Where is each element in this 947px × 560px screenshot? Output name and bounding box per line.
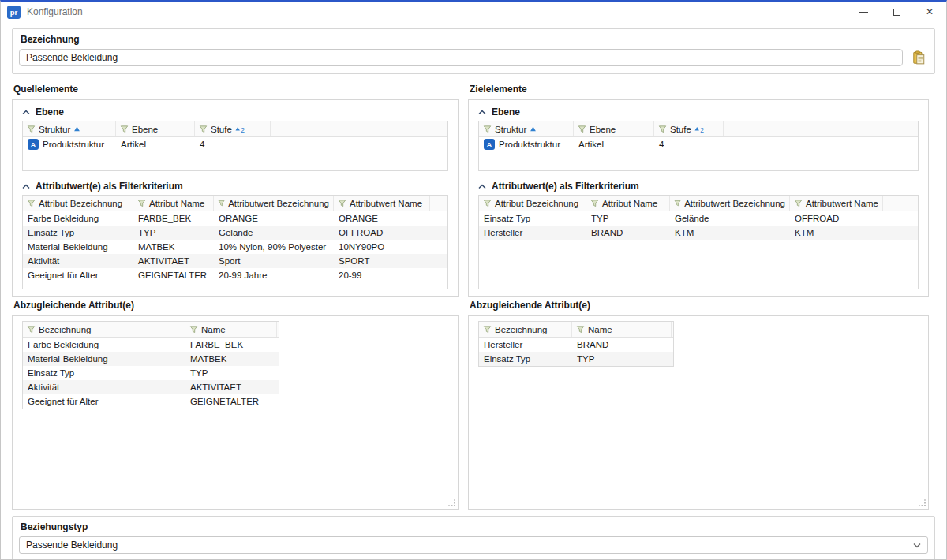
table-row[interactable]: Geeignet für Alter GEIGNETALTER (23, 394, 279, 409)
source-lower-panel: Bezeichnung Name Farbe Bekleidung FARBE_… (12, 315, 459, 510)
source-section-ebene[interactable]: Ebene (22, 104, 448, 120)
filter-icon[interactable] (137, 199, 146, 207)
column-label: Stufe (211, 125, 232, 134)
close-icon: ✕ (926, 6, 934, 17)
table-row[interactable]: Einsatz Typ TYP Gelände OFFROAD (479, 211, 918, 226)
filter-icon[interactable] (483, 199, 492, 207)
title-bar: pr Konfiguration ✕ (1, 2, 946, 22)
table-row[interactable]: Einsatz Typ TYP (479, 352, 673, 366)
cell: Material-Bekleidung (23, 242, 133, 252)
column-header-name[interactable]: Name (572, 322, 672, 337)
filter-icon[interactable] (27, 199, 36, 207)
column-header-struktur[interactable]: Struktur (479, 121, 574, 136)
target-section-ebene[interactable]: Ebene (478, 104, 919, 120)
table-row[interactable]: A Produktstruktur Artikel 4 (23, 137, 447, 151)
filter-icon[interactable] (218, 199, 225, 207)
filter-icon[interactable] (794, 199, 803, 207)
column-header-stufe[interactable]: Stufe 2 (654, 121, 724, 136)
maximize-button[interactable] (880, 2, 913, 22)
column-header-bezeichnung[interactable]: Bezeichnung (479, 322, 572, 337)
table-row[interactable]: Material-Bekleidung MATBEK (23, 352, 279, 366)
bezeichnung-input[interactable] (19, 49, 903, 66)
column-label: Bezeichnung (495, 325, 548, 334)
filter-icon[interactable] (483, 125, 492, 133)
column-header-attributwert-bezeichnung[interactable]: Attributwert Bezeichnung (670, 196, 790, 211)
table-row[interactable]: A Produktstruktur Artikel 4 (479, 137, 918, 151)
table-row[interactable]: Hersteller BRAND (479, 338, 673, 352)
table-row[interactable]: Material-Bekleidung MATBEK 10% Nylon, 90… (23, 240, 447, 254)
column-label: Attributwert Bezeichnung (684, 199, 785, 208)
column-header-attribut-name[interactable]: Attribut Name (133, 196, 214, 211)
column-label: Struktur (39, 125, 70, 134)
sort-order-2-icon: 2 (694, 125, 705, 133)
source-column: Quellelemente Ebene Struktur (12, 80, 459, 510)
paste-button[interactable] (909, 49, 928, 66)
target-ebene-table: Struktur Ebene Stufe 2 (478, 121, 919, 171)
table-header-row: Bezeichnung Name (23, 322, 279, 338)
filter-icon[interactable] (338, 199, 346, 207)
cell: MATBEK (133, 242, 214, 252)
column-label: Name (588, 325, 612, 334)
filter-icon[interactable] (120, 125, 129, 133)
filter-icon[interactable] (27, 325, 36, 334)
target-filter-table: Attribut Bezeichnung Attribut Name Attri… (478, 195, 919, 289)
minimize-icon (859, 12, 868, 13)
filter-icon[interactable] (674, 199, 681, 207)
filter-icon[interactable] (590, 199, 599, 207)
column-header-ebene[interactable]: Ebene (116, 121, 195, 136)
beziehungstyp-combobox[interactable]: Passende Bekleidung (19, 536, 928, 554)
bezeichnung-group: Bezeichnung (12, 28, 935, 74)
filter-icon[interactable] (199, 125, 208, 133)
column-header-bezeichnung[interactable]: Bezeichnung (23, 322, 185, 337)
resize-grip-icon[interactable] (919, 499, 926, 507)
cell: Sport (214, 256, 334, 266)
table-row[interactable]: Einsatz Typ TYP Gelände OFFROAD (23, 226, 447, 240)
column-header-name[interactable]: Name (185, 322, 277, 337)
column-header-struktur[interactable]: Struktur (23, 121, 116, 136)
column-header-attributwert-name[interactable]: Attributwert Name (790, 196, 883, 211)
source-section-filterkriterium[interactable]: Attributwert(e) als Filterkriterium (22, 178, 448, 194)
filter-icon[interactable] (576, 325, 585, 334)
app-logo: pr (7, 6, 21, 19)
table-row[interactable]: Einsatz Typ TYP (23, 366, 279, 380)
resize-grip-icon[interactable] (448, 499, 456, 507)
column-label: Attributwert Name (350, 199, 422, 208)
filter-icon[interactable] (658, 125, 667, 133)
cell: OFFROAD (790, 214, 883, 223)
column-header-ebene[interactable]: Ebene (574, 121, 654, 136)
table-row[interactable]: Geeignet für Alter GEIGNETALTER 20-99 Ja… (23, 268, 447, 282)
column-header-attributwert-bezeichnung[interactable]: Attributwert Bezeichnung (214, 196, 334, 211)
filter-icon[interactable] (189, 325, 198, 334)
table-row[interactable]: Aktivität AKTIVITAET Sport SPORT (23, 254, 447, 268)
table-row[interactable]: Hersteller BRAND KTM KTM (479, 226, 918, 240)
minimize-button[interactable] (847, 2, 880, 22)
cell-ebene: Artikel (574, 140, 654, 149)
cell: KTM (790, 228, 883, 237)
table-row[interactable]: Farbe Bekleidung FARBE_BEK (23, 338, 279, 352)
column-header-attribut-bezeichnung[interactable]: Attribut Bezeichnung (23, 196, 133, 211)
cell: Hersteller (479, 340, 572, 349)
filter-icon[interactable] (483, 325, 492, 334)
clipboard-icon (911, 50, 926, 65)
column-label: Ebene (590, 125, 616, 134)
cell: OFFROAD (334, 228, 430, 237)
column-header-attribut-name[interactable]: Attribut Name (586, 196, 670, 211)
cell: Einsatz Typ (23, 228, 133, 237)
cell: Farbe Bekleidung (23, 340, 185, 349)
close-button[interactable]: ✕ (913, 2, 946, 22)
column-header-attributwert-name[interactable]: Attributwert Name (334, 196, 430, 211)
target-section-filterkriterium[interactable]: Attributwert(e) als Filterkriterium (478, 178, 919, 194)
column-header-stufe[interactable]: Stufe 2 (195, 121, 271, 136)
cell: KTM (670, 228, 790, 237)
column-label: Struktur (495, 125, 526, 134)
column-header-attribut-bezeichnung[interactable]: Attribut Bezeichnung (479, 196, 586, 211)
table-row[interactable]: Aktivität AKTIVITAET (23, 380, 279, 394)
target-column: Zielelemente Ebene Struktur (468, 80, 929, 510)
filter-icon[interactable] (578, 125, 586, 133)
cell: 20-99 Jahre (214, 271, 334, 280)
cell: Material-Bekleidung (23, 354, 185, 364)
cell: AKTIVITAET (133, 256, 214, 266)
sort-order-2-icon: 2 (235, 125, 245, 133)
filter-icon[interactable] (27, 125, 36, 133)
table-row[interactable]: Farbe Bekleidung FARBE_BEK ORANGE ORANGE (23, 211, 447, 226)
